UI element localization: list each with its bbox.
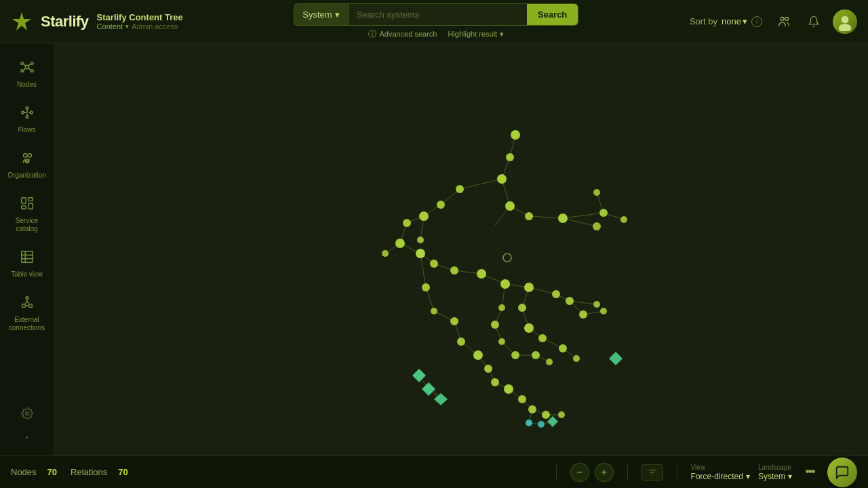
landscape-chevron: ▾ (788, 472, 792, 481)
advanced-search-icon: ⓘ (368, 28, 376, 40)
svg-point-99 (599, 209, 608, 217)
svg-point-133 (457, 338, 465, 346)
svg-rect-24 (21, 206, 25, 209)
status-bar: Nodes 70 Relations 70 − + View Force-dir… (0, 455, 868, 488)
search-system-dropdown[interactable]: System ▾ (294, 4, 348, 25)
svg-point-137 (504, 384, 513, 394)
sidebar-item-nodes[interactable]: Nodes (4, 54, 50, 94)
external-connections-icon (20, 295, 35, 313)
external-connections-label: External connections (9, 316, 45, 332)
svg-line-60 (570, 301, 597, 304)
svg-line-53 (420, 253, 426, 287)
svg-line-41 (563, 218, 597, 226)
chat-button[interactable] (827, 458, 857, 487)
svg-point-98 (593, 222, 601, 230)
search-button[interactable]: Search (527, 4, 578, 25)
svg-point-132 (450, 317, 458, 325)
highlight-result-label: Highlight result (448, 30, 497, 38)
svg-point-118 (579, 310, 587, 319)
flows-label: Flows (18, 126, 35, 134)
relations-count: 70 (118, 467, 127, 477)
filter-button[interactable] (642, 464, 663, 481)
expand-icon: › (26, 432, 28, 442)
landscape-label: Landscape (758, 464, 792, 471)
search-area: System ▾ Search ⓘ Advanced search Highli… (194, 3, 679, 40)
advanced-search-label: Advanced search (379, 30, 437, 38)
breadcrumb-sub: Content ▾ Admin access (97, 22, 183, 30)
svg-point-117 (593, 301, 600, 308)
svg-point-128 (511, 351, 519, 359)
settings-icon[interactable] (16, 403, 38, 424)
svg-point-125 (498, 304, 505, 311)
highlight-result-toggle[interactable]: Highlight result ▾ (448, 30, 504, 39)
svg-point-6 (20, 62, 23, 65)
sort-value-dropdown[interactable]: none ▾ (722, 16, 747, 26)
view-chevron: ▾ (746, 472, 750, 481)
expand-panel-btn[interactable]: › (22, 430, 33, 445)
user-avatar[interactable] (833, 9, 857, 34)
svg-point-100 (620, 216, 627, 223)
nodes-icon (20, 60, 35, 78)
landscape-value-dropdown[interactable]: System ▾ (758, 472, 792, 481)
search-system-chevron: ▾ (335, 9, 340, 20)
sort-by-control: Sort by none ▾ i (690, 16, 762, 27)
svg-point-91 (511, 130, 520, 140)
more-options-button[interactable]: ••• (800, 463, 819, 482)
breadcrumb-section[interactable]: Content (97, 22, 123, 30)
sidebar-item-service-catalog[interactable]: Service catalog (4, 190, 50, 239)
sidebar-item-flows[interactable]: Flows (4, 100, 50, 140)
svg-rect-23 (28, 203, 32, 209)
svg-point-107 (382, 250, 389, 257)
svg-point-135 (484, 365, 492, 373)
zoom-out-button[interactable]: − (570, 463, 589, 482)
svg-point-15 (26, 107, 28, 110)
zoom-controls: − + (570, 463, 614, 482)
svg-point-17 (26, 116, 28, 119)
service-catalog-icon (20, 196, 35, 214)
svg-point-113 (500, 279, 510, 289)
users-icon[interactable] (773, 11, 795, 33)
force-directed-graph (54, 43, 868, 455)
landscape-value-text: System (758, 472, 785, 481)
svg-line-40 (529, 216, 563, 218)
sort-info-icon[interactable]: i (751, 16, 762, 27)
svg-point-1 (781, 17, 784, 20)
svg-point-121 (524, 323, 534, 333)
svg-point-94 (456, 185, 464, 193)
svg-point-131 (431, 308, 437, 314)
svg-point-115 (552, 290, 560, 298)
sidebar-item-organization[interactable]: Organization (4, 145, 50, 185)
flows-icon (20, 105, 35, 123)
search-input[interactable] (349, 4, 527, 25)
svg-rect-22 (28, 198, 32, 201)
sidebar-item-external-connections[interactable]: External connections (4, 289, 50, 338)
highlight-chevron: ▾ (500, 30, 504, 39)
svg-point-16 (30, 111, 33, 114)
header-icons (773, 9, 857, 34)
svg-point-149 (503, 253, 511, 262)
sidebar-item-table-view[interactable]: Table view (4, 244, 50, 284)
view-value-dropdown[interactable]: Force-directed ▾ (691, 472, 750, 481)
svg-marker-142 (412, 369, 426, 382)
svg-point-102 (437, 201, 445, 209)
svg-rect-25 (21, 251, 33, 263)
breadcrumb-title: Starlify Content Tree (97, 12, 183, 22)
zoom-in-button[interactable]: + (595, 463, 614, 482)
svg-point-14 (21, 111, 24, 114)
svg-point-123 (559, 344, 567, 352)
svg-point-97 (558, 214, 568, 223)
svg-point-127 (498, 338, 505, 345)
svg-point-147 (538, 421, 545, 428)
advanced-search-link[interactable]: ⓘ Advanced search (368, 28, 437, 40)
status-right: − + View Force-directed ▾ Landscape Syst… (551, 458, 857, 487)
breadcrumb: Starlify Content Tree Content ▾ Admin ac… (97, 12, 183, 30)
svg-marker-145 (609, 352, 623, 365)
svg-point-18 (23, 154, 27, 158)
bell-icon[interactable] (803, 11, 825, 33)
svg-point-140 (542, 411, 550, 419)
graph-area[interactable] (54, 43, 868, 455)
svg-line-36 (460, 179, 502, 189)
svg-point-93 (497, 174, 507, 184)
svg-point-29 (26, 297, 28, 300)
svg-point-136 (491, 378, 499, 386)
